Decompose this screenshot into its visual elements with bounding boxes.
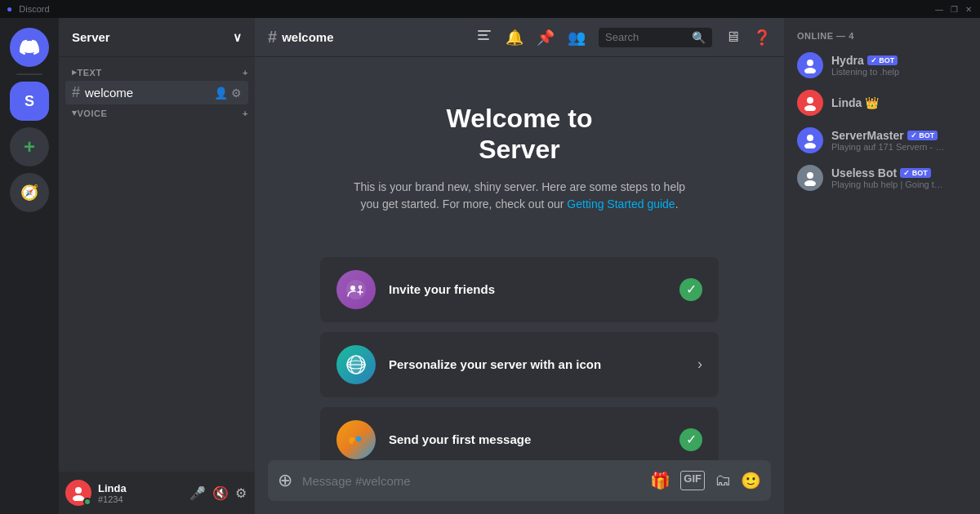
search-icon: 🔍: [692, 31, 706, 44]
welcome-title: Welcome toServer: [336, 103, 702, 166]
message-attach-button[interactable]: ⊕: [278, 460, 292, 501]
channel-sidebar: Server ∨ ▸ TEXT + # welcome 👤 ⚙ ▾ VOICE …: [59, 18, 255, 514]
svg-point-19: [804, 68, 816, 73]
svg-point-20: [807, 97, 813, 104]
message-input-actions: 🎁 GIF 🗂 🙂: [650, 471, 761, 490]
svg-point-25: [804, 180, 816, 186]
linda-crown: 👑: [865, 96, 879, 109]
gif-button[interactable]: GIF: [680, 471, 705, 490]
maximize-button[interactable]: ❐: [949, 4, 959, 14]
notification-icon[interactable]: 🔔: [506, 29, 523, 47]
member-name-row-linda: Linda 👑: [831, 96, 967, 109]
members-list: ONLINE — 4 Hydra ✓ BOT Listening to .hel…: [784, 18, 980, 514]
message-input[interactable]: [302, 464, 640, 498]
title-bar: ● Discord — ❐ ✕: [0, 0, 980, 18]
discord-home-button[interactable]: [10, 28, 49, 67]
member-info-uselessbot: Useless Bot ✓ BOT Playing hub help | Goi…: [831, 166, 967, 189]
add-member-icon[interactable]: 👤: [214, 86, 228, 100]
member-name-uselessbot: Useless Bot: [831, 166, 897, 179]
member-info-linda: Linda 👑: [831, 96, 967, 109]
invite-check: ✓: [679, 278, 702, 301]
members-icon[interactable]: 👥: [568, 29, 586, 47]
sticker-button[interactable]: 🗂: [715, 471, 731, 490]
chat-header: # welcome 🔔 📌 👥 🔍 🖥: [255, 18, 784, 57]
checklist-message[interactable]: Send your first message ✓: [320, 407, 719, 460]
window-controls: — ❐ ✕: [934, 4, 973, 14]
threads-icon[interactable]: [476, 28, 492, 47]
explore-button[interactable]: 🧭: [10, 173, 49, 212]
member-status-servermaster: Playing auf 171 Servern - /help: [831, 142, 946, 152]
svg-point-5: [346, 280, 366, 299]
channel-list: ▸ TEXT + # welcome 👤 ⚙ ▾ VOICE +: [59, 57, 255, 472]
personalize-label: Personalize your server with an icon: [389, 357, 684, 371]
user-info: Linda #1234: [98, 482, 181, 504]
header-actions: 🔔 📌 👥 🔍 🖥 ❓: [476, 28, 771, 47]
category-voice[interactable]: ▾ VOICE +: [59, 104, 255, 122]
svg-rect-2: [478, 30, 491, 32]
svg-point-15: [353, 441, 358, 445]
welcome-desc: This is your brand new, shiny server. He…: [336, 179, 702, 213]
checklist: Invite your friends ✓ Persona: [255, 257, 784, 460]
user-name: Linda: [98, 482, 181, 494]
member-linda[interactable]: Linda 👑: [791, 85, 973, 121]
main-content: # welcome 🔔 📌 👥 🔍 🖥: [255, 18, 784, 514]
member-avatar-linda: [797, 90, 823, 116]
svg-point-6: [350, 286, 355, 290]
server-separator: [16, 73, 42, 75]
checklist-personalize[interactable]: Personalize your server with an icon ›: [320, 332, 719, 397]
search-input[interactable]: [605, 31, 687, 43]
help-icon[interactable]: ❓: [753, 29, 771, 47]
mute-button[interactable]: 🎤: [188, 484, 207, 503]
message-input-bar: ⊕ 🎁 GIF 🗂 🙂: [268, 460, 771, 501]
settings-icon[interactable]: ⚙: [231, 86, 242, 100]
user-settings-button[interactable]: ⚙: [234, 484, 248, 503]
category-text[interactable]: ▸ TEXT +: [59, 64, 255, 81]
gift-button[interactable]: 🎁: [650, 471, 670, 490]
server-icon-my-server[interactable]: S: [10, 82, 49, 121]
channel-hash-icon: #: [72, 84, 80, 101]
server-header[interactable]: Server ∨: [59, 18, 255, 57]
pin-icon[interactable]: 📌: [537, 29, 555, 47]
server-dropdown-icon: ∨: [233, 30, 242, 45]
member-avatar-uselessbot: [797, 165, 823, 191]
member-status-hydra: Listening to .help: [831, 67, 946, 77]
invite-label: Invite your friends: [389, 282, 666, 296]
member-uselessbot[interactable]: Useless Bot ✓ BOT Playing hub help | Goi…: [791, 160, 973, 196]
add-voice-channel-button[interactable]: +: [243, 109, 248, 118]
channel-welcome[interactable]: # welcome 👤 ⚙: [65, 81, 248, 104]
server-name: Server: [72, 30, 110, 44]
add-text-channel-button[interactable]: +: [243, 68, 248, 78]
search-bar[interactable]: 🔍: [599, 28, 712, 47]
deafen-button[interactable]: 🔇: [211, 484, 230, 503]
member-avatar-servermaster: [797, 127, 823, 153]
svg-point-18: [807, 60, 813, 66]
user-bar: Linda #1234 🎤 🔇 ⚙: [59, 472, 255, 514]
message-check: ✓: [679, 428, 702, 451]
emoji-button[interactable]: 🙂: [741, 471, 761, 490]
channel-hash: #: [268, 28, 277, 47]
member-hydra[interactable]: Hydra ✓ BOT Listening to .help: [791, 47, 973, 83]
svg-point-0: [75, 487, 82, 494]
close-button[interactable]: ✕: [964, 4, 973, 14]
svg-point-21: [804, 105, 816, 111]
chat-area: Welcome toServer This is your brand new,…: [255, 57, 784, 460]
category-voice-label: VOICE: [78, 109, 108, 118]
member-servermaster[interactable]: ServerMaster ✓ BOT Playing auf 171 Serve…: [791, 122, 973, 158]
channel-name: welcome: [85, 86, 133, 100]
app-container: S + 🧭 Server ∨ ▸ TEXT + # welcome 👤 ⚙: [0, 18, 980, 514]
member-name-row-servermaster: ServerMaster ✓ BOT: [831, 129, 967, 142]
add-server-button[interactable]: +: [10, 127, 49, 166]
minimize-button[interactable]: —: [934, 4, 944, 14]
invite-icon: [336, 270, 376, 309]
category-label: TEXT: [78, 68, 102, 78]
checklist-invite[interactable]: Invite your friends ✓: [320, 257, 719, 322]
svg-rect-4: [478, 38, 489, 40]
uselessbot-bot-badge: ✓ BOT: [900, 168, 931, 178]
getting-started-link[interactable]: Getting Started guide: [567, 197, 675, 210]
member-name-servermaster: ServerMaster: [831, 129, 904, 142]
inbox-icon[interactable]: 🖥: [725, 29, 740, 46]
hydra-bot-badge: ✓ BOT: [867, 55, 898, 65]
svg-point-1: [73, 495, 84, 501]
members-category: ONLINE — 4: [791, 31, 973, 41]
message-input-area: ⊕ 🎁 GIF 🗂 🙂: [255, 460, 784, 514]
